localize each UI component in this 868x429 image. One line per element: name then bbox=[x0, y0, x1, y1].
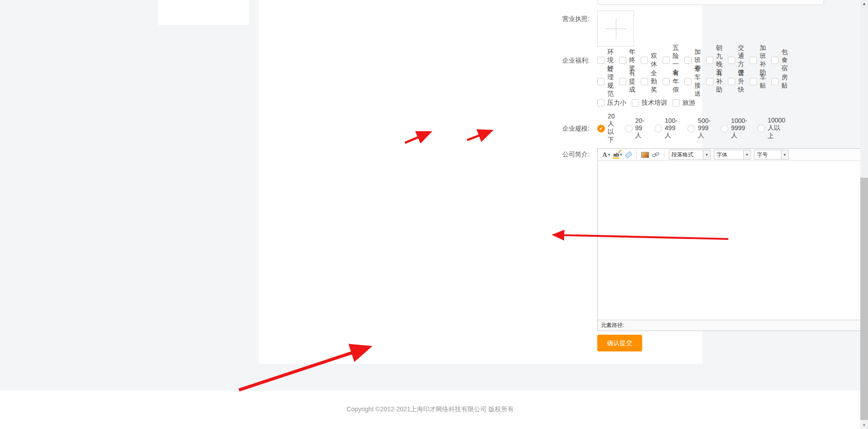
font-family-dropdown[interactable]: 字体 ▾ bbox=[714, 150, 751, 160]
checkbox-commission[interactable]: 有提成 bbox=[619, 69, 635, 94]
scrollbar-up-button[interactable]: ▲ bbox=[860, 0, 868, 8]
checkbox-low-pressure[interactable]: 压力小 bbox=[597, 99, 626, 107]
company-intro-label: 公司简介: bbox=[517, 151, 590, 158]
checkbox-annual-leave[interactable]: 有年假 bbox=[663, 69, 679, 94]
image-icon bbox=[641, 152, 649, 158]
checkbox-icon[interactable] bbox=[750, 78, 757, 85]
checkbox-room-and-board[interactable]: 包食宿 bbox=[771, 48, 788, 73]
checkbox-icon[interactable] bbox=[706, 78, 713, 85]
checkbox-car-subsidy[interactable]: 车贴 bbox=[750, 73, 766, 90]
checkbox-icon[interactable] bbox=[641, 57, 648, 64]
radio-icon[interactable] bbox=[721, 125, 728, 132]
paragraph-format-dropdown[interactable]: 段落格式 ▾ bbox=[669, 150, 711, 160]
radio-label: 100-499人 bbox=[665, 117, 678, 140]
font-color-icon: A bbox=[602, 151, 607, 158]
confirm-submit-button[interactable]: 确认提交 bbox=[597, 335, 642, 351]
radio-over-10000[interactable]: 10000人以上 bbox=[757, 117, 785, 140]
checkbox-label: 加班补助 bbox=[760, 44, 766, 77]
license-upload-button[interactable] bbox=[597, 10, 634, 47]
radio-500-999[interactable]: 500-999人 bbox=[688, 117, 711, 140]
highlight-color-button[interactable]: ab ▾ bbox=[613, 152, 622, 157]
checkbox-label: 有年假 bbox=[673, 69, 679, 94]
checkbox-icon[interactable] bbox=[619, 57, 626, 64]
checkbox-icon[interactable] bbox=[632, 99, 639, 107]
checkbox-icon[interactable] bbox=[673, 99, 680, 107]
checkbox-attendance-bonus[interactable]: 全勤奖 bbox=[641, 69, 657, 94]
font-color-button[interactable]: A ▾ bbox=[602, 151, 610, 158]
checkbox-shuttle-service[interactable]: 专车接送 bbox=[684, 65, 701, 98]
radio-icon[interactable] bbox=[757, 125, 765, 132]
insert-link-button[interactable] bbox=[652, 151, 659, 158]
welfare-row-3: 压力小 技术培训 旅游 bbox=[597, 99, 695, 107]
checkbox-label: 全勤奖 bbox=[651, 69, 657, 94]
checkbox-standard-management[interactable]: 管理规范 bbox=[597, 65, 614, 98]
checkbox-technical-training[interactable]: 技术培训 bbox=[632, 99, 667, 107]
checkbox-icon[interactable] bbox=[728, 57, 735, 64]
scrollbar-thumb[interactable] bbox=[860, 178, 868, 420]
text-input-partial[interactable] bbox=[597, 0, 824, 5]
checkbox-icon[interactable] bbox=[663, 78, 670, 85]
caret-down-icon[interactable]: ▾ bbox=[608, 153, 610, 157]
radio-icon[interactable] bbox=[654, 125, 662, 132]
checkbox-icon[interactable] bbox=[706, 57, 713, 64]
dropdown-button[interactable]: ▾ bbox=[743, 150, 751, 159]
company-scale-group: ✓ 20人以下 20-99人 100-499人 500-999人 1000-99… bbox=[597, 124, 785, 132]
radio-100-499[interactable]: 100-499人 bbox=[654, 117, 678, 140]
checkbox-icon[interactable] bbox=[684, 78, 692, 85]
eraser-icon bbox=[624, 151, 632, 158]
checkbox-travel[interactable]: 旅游 bbox=[673, 99, 695, 107]
company-welfare-label: 企业福利: bbox=[517, 57, 590, 64]
caret-down-icon[interactable]: ▾ bbox=[620, 153, 622, 157]
checkbox-icon[interactable] bbox=[771, 57, 779, 64]
editor-toolbar: A ▾ ab ▾ bbox=[598, 149, 868, 161]
checkbox-icon[interactable] bbox=[684, 57, 692, 64]
welfare-row-2: 管理规范 有提成 全勤奖 有年假 专车接送 有补助 晋升快 车贴 房贴 bbox=[597, 78, 788, 86]
dropdown-button[interactable]: ▾ bbox=[703, 150, 710, 159]
checkbox-overtime-subsidy[interactable]: 加班补助 bbox=[750, 44, 766, 77]
checkbox-label: 旅游 bbox=[683, 99, 695, 107]
check-icon: ✓ bbox=[599, 126, 603, 131]
font-size-dropdown[interactable]: 字号 ▾ bbox=[754, 150, 789, 160]
link-icon bbox=[652, 151, 659, 158]
company-scale-label: 企业规模: bbox=[517, 125, 590, 132]
dropdown-button[interactable]: ▾ bbox=[781, 150, 788, 159]
remove-format-button[interactable] bbox=[625, 153, 632, 157]
radio-under-20[interactable]: ✓ 20人以下 bbox=[597, 112, 615, 144]
checkbox-icon[interactable] bbox=[597, 78, 605, 85]
checkbox-two-day-weekend[interactable]: 双休 bbox=[641, 52, 657, 68]
checkbox-label: 专车接送 bbox=[694, 65, 701, 98]
radio-1000-9999[interactable]: 1000-9999人 bbox=[721, 117, 747, 140]
checkbox-icon[interactable] bbox=[663, 57, 670, 64]
browser-scrollbar[interactable]: ▲ ▼ bbox=[860, 0, 868, 429]
checkbox-icon[interactable] bbox=[641, 78, 648, 85]
checkbox-label: 年终奖 bbox=[629, 48, 635, 73]
checkbox-icon[interactable] bbox=[597, 99, 605, 107]
radio-20-99[interactable]: 20-99人 bbox=[625, 117, 644, 140]
checkbox-icon[interactable] bbox=[771, 78, 779, 85]
scrollbar-down-button[interactable]: ▼ bbox=[860, 421, 868, 429]
radio-label: 20人以下 bbox=[608, 112, 615, 144]
editor-content-area[interactable]: ▴ ▾ bbox=[598, 161, 868, 320]
checkbox-housing-subsidy[interactable]: 房贴 bbox=[771, 73, 788, 90]
checkbox-icon[interactable] bbox=[728, 78, 735, 85]
highlight-icon: ab bbox=[613, 152, 619, 157]
checkbox-fast-promotion[interactable]: 晋升快 bbox=[728, 69, 744, 94]
editor-status-bar: 元素路径: 字数统计 bbox=[598, 320, 868, 331]
checkbox-icon[interactable] bbox=[597, 57, 605, 64]
checkbox-allowance[interactable]: 有补助 bbox=[706, 69, 722, 94]
checkbox-label: 压力小 bbox=[607, 99, 626, 107]
insert-image-button[interactable] bbox=[641, 152, 649, 158]
company-intro-editor: A ▾ ab ▾ bbox=[597, 148, 868, 331]
radio-icon[interactable] bbox=[688, 125, 695, 132]
checkbox-label: 管理规范 bbox=[607, 65, 614, 98]
checkbox-label: 双休 bbox=[651, 52, 657, 68]
radio-icon[interactable] bbox=[625, 125, 633, 132]
checkbox-icon[interactable] bbox=[750, 57, 757, 64]
toolbar-separator bbox=[636, 151, 637, 159]
copyright-text: Copyright ©2012-2021上海印才网络科技有限公司 版权所有 bbox=[346, 405, 514, 413]
business-license-label: 营业执照: bbox=[517, 15, 590, 22]
checkbox-icon[interactable] bbox=[619, 78, 626, 85]
checkbox-year-end-bonus[interactable]: 年终奖 bbox=[619, 48, 635, 73]
page-footer: Copyright ©2012-2021上海印才网络科技有限公司 版权所有 bbox=[0, 390, 860, 429]
radio-selected-icon[interactable]: ✓ bbox=[597, 125, 605, 132]
